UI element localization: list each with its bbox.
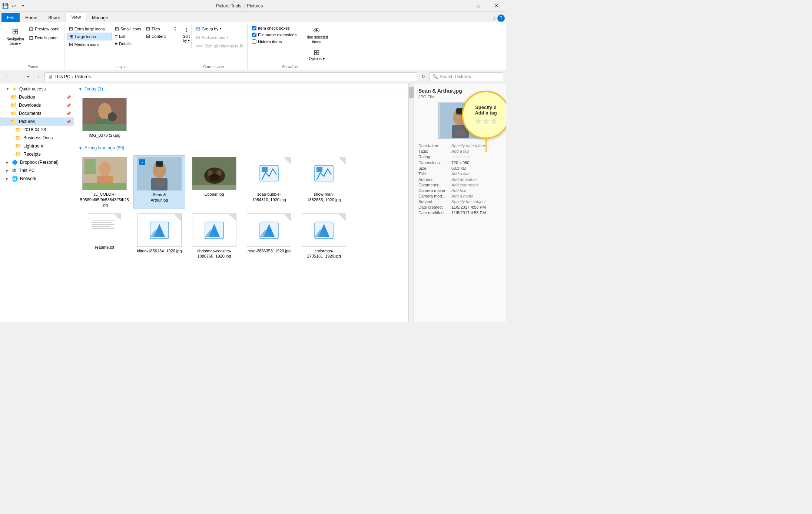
address-path[interactable]: 🖥 This PC › Pictures (44, 72, 417, 81)
file-name-ext-input[interactable] (252, 33, 256, 37)
preview-pane-button[interactable]: ⊟ Preview pane (27, 25, 61, 33)
current-view-label: Current view (183, 64, 245, 70)
long-ago-files-grid: JL_COLOR-59569b6f5f9b58843ff6fb25.jpg (74, 152, 408, 263)
subject-value[interactable]: Specify the subject (451, 199, 502, 204)
camera-maker-value[interactable]: Add text (451, 188, 502, 193)
readme-fold (114, 214, 121, 220)
file-item-readme[interactable]: readme.txt (79, 212, 130, 261)
file-item-christmas2[interactable]: christmas-2735181_1920.jpg (298, 212, 350, 261)
back-button[interactable]: ← (3, 72, 12, 81)
file-item-christmas-cookies[interactable]: christmas-cookies-1886760_1920.jpg (188, 212, 240, 261)
file-name-extensions-toggle[interactable]: File name extensions (251, 32, 298, 38)
group-by-label: Group by (202, 27, 218, 31)
hidden-items-input[interactable] (252, 39, 256, 44)
comments-value[interactable]: Add comments (451, 183, 502, 187)
rating-value[interactable]: ☆☆☆☆☆ (451, 155, 502, 159)
folder-2018-icon: 📁 (15, 127, 21, 133)
details-label: Details (119, 42, 132, 46)
tab-home[interactable]: Home (20, 13, 43, 22)
sidebar-item-pictures[interactable]: 📁 Pictures 📌 (0, 117, 74, 126)
group-long-time-ago[interactable]: ▼ A long time ago (99) (74, 142, 408, 152)
minimize-button[interactable]: ─ (452, 0, 469, 12)
layout-scroll-up[interactable]: ▲ (174, 25, 177, 29)
file-item-snow-man[interactable]: snow-man-1882635_1920.jpg (298, 155, 350, 209)
sean-arthur-checkbox[interactable]: ✓ (139, 159, 145, 165)
add-columns-button[interactable]: ⊞ Add columns ▾ (195, 34, 244, 41)
refresh-button[interactable]: ↻ (419, 72, 428, 81)
sidebar-item-dropbox[interactable]: ▶ 🔷 Dropbox (Personal) (0, 158, 74, 166)
sidebar-item-desktop[interactable]: 📁 Desktop 📌 (0, 93, 74, 101)
file-item-soap-bubble[interactable]: soap-bubble-1984310_1920.jpg (243, 155, 295, 209)
title-bar-dropdown[interactable]: ▼ (19, 2, 27, 10)
hidden-items-toggle[interactable]: Hidden items (251, 39, 298, 44)
layout-scroll-down[interactable]: ▼ (174, 29, 177, 32)
recent-locations-button[interactable]: ▼ (24, 72, 33, 81)
tab-manage[interactable]: Manage (86, 13, 113, 22)
sidebar-item-downloads[interactable]: 📁 Downloads 📌 (0, 101, 74, 109)
sidebar-item-quick-access[interactable]: ▼ ★ Quick access (0, 85, 74, 93)
sidebar-item-2018[interactable]: 📁 2018-04-23 (0, 126, 74, 134)
medium-icons-button[interactable]: ⊞ Medium icons (67, 41, 112, 48)
forward-button[interactable]: → (13, 72, 22, 81)
sidebar-item-business-docs[interactable]: 📁 Business Docs (0, 134, 74, 142)
file-item-kitten[interactable]: kitten-1856134_1920.jpg (133, 212, 185, 261)
group-by-button[interactable]: ⊞ Group by ▾ (195, 25, 244, 32)
group-today[interactable]: ▼ Today (1) (74, 83, 408, 93)
file-item-cooper[interactable]: Cooper.jpg (188, 155, 240, 209)
item-checkboxes-input[interactable] (252, 26, 256, 30)
nav-pane-icon: ⊞ (12, 27, 19, 36)
sidebar-item-this-pc[interactable]: ▶ 🖥 This PC (0, 166, 74, 175)
meta-authors: Authors: Add an author (418, 177, 502, 182)
content-button[interactable]: ⊟ Content (145, 33, 170, 40)
vertical-scrollbar[interactable] (408, 83, 414, 322)
cookies-fold (229, 214, 236, 221)
search-input[interactable] (440, 74, 500, 79)
small-icons-button[interactable]: ⊞ Small icons (113, 25, 143, 32)
svg-rect-9 (84, 159, 96, 174)
pictures-label: Pictures (19, 119, 35, 124)
title-value[interactable]: Add a title (451, 172, 502, 176)
close-button[interactable]: ✕ (488, 0, 505, 12)
sort-by-button[interactable]: ↕ Sortby ▾ (183, 25, 190, 43)
tab-share[interactable]: Share (43, 13, 66, 22)
receipts-label: Receipts (23, 152, 41, 157)
tab-file[interactable]: File (1, 13, 20, 22)
help-button[interactable]: ? (497, 14, 505, 22)
hide-selected-button[interactable]: 👁 Hide selecteditems (302, 25, 331, 46)
file-item-img0378[interactable]: IMG_0378 (2).jpg (79, 96, 130, 139)
details-button[interactable]: ≡ Details (113, 40, 143, 47)
readme-line (92, 220, 115, 221)
tiles-button[interactable]: ⊟ Tiles (145, 25, 170, 32)
up-button[interactable]: ↑ (34, 72, 43, 81)
large-icons-button[interactable]: ⊞ Large icons (67, 33, 112, 40)
options-button[interactable]: ⊞ Options ▾ (306, 46, 327, 62)
quick-access-icon[interactable]: 💾 (1, 2, 9, 10)
extra-large-label: Extra large icons (74, 27, 105, 31)
sidebar-item-network[interactable]: ▶ 🌐 Network (0, 175, 74, 183)
search-box[interactable]: 🔍 (429, 72, 503, 81)
undo-icon[interactable]: ↩ (10, 2, 18, 10)
jl-color-svg (83, 157, 127, 190)
maximize-button[interactable]: □ (470, 0, 487, 12)
navigation-pane-button[interactable]: ⊞ Navigationpane ▾ (4, 25, 26, 47)
scrollbar-thumb[interactable] (409, 87, 414, 98)
cooper-svg (192, 157, 236, 190)
list-icon: ≡ (115, 33, 118, 39)
tab-view[interactable]: View (66, 13, 86, 22)
file-item-rose[interactable]: rose-2886353_1920.jpg (243, 212, 295, 261)
ribbon-collapse-btn[interactable]: ∧ (493, 16, 496, 21)
sidebar-item-documents[interactable]: 📁 Documents 📌 (0, 109, 74, 117)
list-button[interactable]: ≡ List (113, 33, 143, 40)
file-item-sean-arthur[interactable]: ✓ Sean &Arthur.jpg (133, 155, 185, 209)
title-label: Title: (418, 172, 450, 176)
details-pane-button[interactable]: ⊟ Details pane (27, 34, 61, 42)
item-checkboxes-toggle[interactable]: Item check boxes (251, 25, 298, 31)
sidebar-item-receipts[interactable]: 📁 Receipts (0, 150, 74, 158)
file-item-jl-color[interactable]: JL_COLOR-59569b6f5f9b58843ff6fb25.jpg (79, 155, 130, 209)
authors-value[interactable]: Add an author (451, 177, 502, 182)
camera-model-value[interactable]: Add a name (451, 194, 502, 198)
sidebar-item-lightroom[interactable]: 📁 Lightroom (0, 142, 74, 150)
size-all-columns-button[interactable]: ⟺ Size all columns to fit (195, 42, 244, 49)
extra-large-icons-button[interactable]: ⊞ Extra large icons (67, 25, 112, 32)
show-hide-content: Item check boxes File name extensions Hi… (251, 24, 331, 64)
